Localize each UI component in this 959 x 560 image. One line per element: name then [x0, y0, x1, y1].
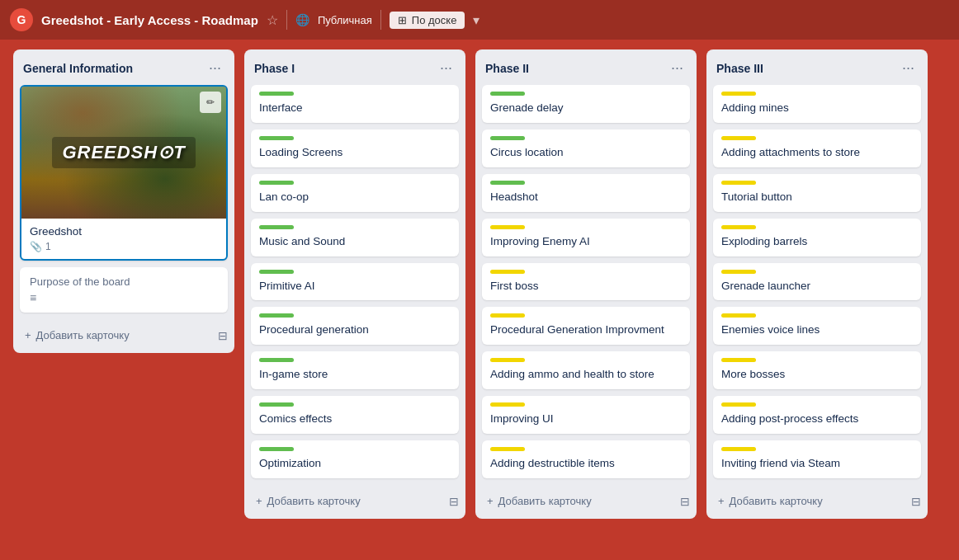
list-item[interactable]: Procedural generation: [251, 307, 459, 345]
card-status-bar: [721, 447, 756, 451]
star-icon[interactable]: ☆: [267, 12, 278, 28]
list-item[interactable]: More bosses: [713, 351, 921, 389]
column-footer-phase2: + Добавить карточку ⊟: [475, 485, 697, 519]
card-title: More bosses: [721, 367, 913, 383]
card-title: Procedural generation: [259, 322, 451, 338]
view-toggle[interactable]: ⊞ По доске: [390, 12, 465, 29]
list-item[interactable]: Adding mines: [713, 85, 921, 123]
list-item[interactable]: Inviting friend via Steam: [713, 440, 921, 478]
list-item[interactable]: Tutorial button: [713, 174, 921, 212]
card-title: Exploding barrels: [721, 234, 913, 250]
add-icon: +: [718, 495, 725, 507]
attachment-count: 1: [45, 241, 51, 252]
template-icon[interactable]: ⊟: [449, 495, 459, 508]
card-title: Optimization: [259, 456, 451, 472]
add-icon: +: [487, 495, 494, 507]
list-item[interactable]: Procedural Generation Improvment: [482, 307, 690, 345]
view-grid-icon: ⊞: [398, 14, 407, 26]
list-item[interactable]: Adding attachments to store: [713, 129, 921, 167]
column-cards-phase1: InterfaceLoading ScreensLan co-opMusic a…: [244, 85, 465, 485]
add-card-label: Добавить карточку: [36, 329, 130, 341]
column-title-phase2: Phase II: [485, 62, 529, 75]
card-title: Music and Sound: [259, 234, 451, 250]
card-status-bar: [490, 181, 525, 185]
purpose-card[interactable]: Purpose of the board ≡: [20, 267, 228, 313]
view-dropdown-icon[interactable]: ▾: [473, 12, 480, 28]
card-title: In-game store: [259, 367, 451, 383]
column-menu-general[interactable]: ···: [206, 58, 224, 78]
list-item[interactable]: Enemies voice lines: [713, 307, 921, 345]
add-card-btn-general[interactable]: + Добавить карточку: [20, 326, 135, 345]
add-icon: +: [25, 329, 31, 341]
column-footer-phase3: + Добавить карточку ⊟: [706, 485, 928, 519]
template-icon[interactable]: ⊟: [218, 329, 228, 342]
list-item[interactable]: First boss: [482, 263, 690, 301]
column-cards-phase2: Grenade delayCircus locationHeadshotImpr…: [475, 85, 697, 485]
card-title: Grenade launcher: [721, 279, 913, 294]
list-item[interactable]: Interface: [251, 85, 459, 123]
list-item[interactable]: Exploding barrels: [713, 219, 921, 256]
card-status-bar: [490, 447, 525, 451]
card-status-bar: [721, 92, 756, 96]
card-title: Loading Screens: [259, 145, 451, 161]
list-item[interactable]: Grenade launcher: [713, 263, 921, 301]
column-menu-phase2[interactable]: ···: [668, 58, 687, 78]
list-item[interactable]: Headshot: [482, 174, 690, 212]
list-item[interactable]: Comics effects: [251, 396, 459, 434]
card-title: Comics effects: [259, 412, 451, 427]
add-card-btn-phase2[interactable]: + Добавить карточку: [482, 492, 597, 511]
card-status-bar: [490, 313, 525, 318]
attachment-icon: 📎: [30, 241, 42, 252]
card-title: Adding ammo and health to store: [490, 367, 682, 383]
card-title: Primitive AI: [259, 279, 451, 294]
list-item[interactable]: Adding post-process effects: [713, 396, 921, 434]
info-card-name: Greedshot: [30, 225, 218, 238]
header-divider-2: [380, 10, 381, 30]
card-title: Inviting friend via Steam: [721, 456, 913, 472]
card-status-bar: [490, 358, 525, 362]
card-status-bar: [490, 92, 525, 96]
card-title: Adding attachments to store: [721, 145, 913, 161]
header-divider: [286, 10, 287, 30]
card-title: Lan co-op: [259, 190, 451, 205]
add-card-btn-phase1[interactable]: + Добавить карточку: [251, 492, 366, 511]
list-item[interactable]: Improving UI: [482, 396, 690, 434]
info-card-image: GREEDSH⊙T ✏: [21, 87, 226, 219]
list-item[interactable]: Primitive AI: [251, 263, 459, 301]
app-logo: G: [10, 8, 33, 31]
card-status-bar: [259, 447, 294, 451]
column-phase2: Phase II ··· Grenade delayCircus locatio…: [475, 49, 697, 519]
card-status-bar: [721, 313, 756, 318]
list-item[interactable]: Grenade delay: [482, 85, 690, 123]
template-icon[interactable]: ⊟: [680, 495, 690, 508]
card-title: First boss: [490, 279, 682, 294]
list-item[interactable]: Music and Sound: [251, 219, 459, 256]
card-status-bar: [490, 270, 525, 274]
list-item[interactable]: In-game store: [251, 351, 459, 389]
column-title-general: General Information: [23, 62, 133, 75]
card-title: Adding post-process effects: [721, 412, 913, 427]
add-card-btn-phase3[interactable]: + Добавить карточку: [713, 492, 828, 511]
column-menu-phase1[interactable]: ···: [437, 58, 456, 78]
edit-icon[interactable]: ✏: [200, 92, 221, 113]
list-item[interactable]: Improving Enemy AI: [482, 219, 690, 256]
template-icon[interactable]: ⊟: [911, 495, 921, 508]
game-logo-text: GREEDSH⊙T: [52, 137, 195, 168]
column-menu-phase3[interactable]: ···: [899, 58, 918, 78]
purpose-label: Purpose of the board: [30, 275, 218, 288]
column-title-phase1: Phase I: [254, 62, 295, 75]
card-status-bar: [259, 225, 294, 229]
list-item[interactable]: Lan co-op: [251, 174, 459, 212]
list-item[interactable]: Adding ammo and health to store: [482, 351, 690, 389]
card-title: Adding destructible items: [490, 456, 682, 472]
list-item[interactable]: Adding destructible items: [482, 440, 690, 478]
list-item[interactable]: Loading Screens: [251, 129, 459, 167]
list-item[interactable]: Optimization: [251, 440, 459, 478]
info-card-greedshot[interactable]: GREEDSH⊙T ✏ Greedshot 📎 1: [20, 85, 228, 261]
list-item[interactable]: Circus location: [482, 129, 690, 167]
card-status-bar: [259, 270, 294, 274]
card-status-bar: [259, 181, 294, 185]
card-status-bar: [490, 136, 525, 140]
card-status-bar: [721, 136, 756, 140]
add-card-label: Добавить карточку: [730, 495, 823, 507]
